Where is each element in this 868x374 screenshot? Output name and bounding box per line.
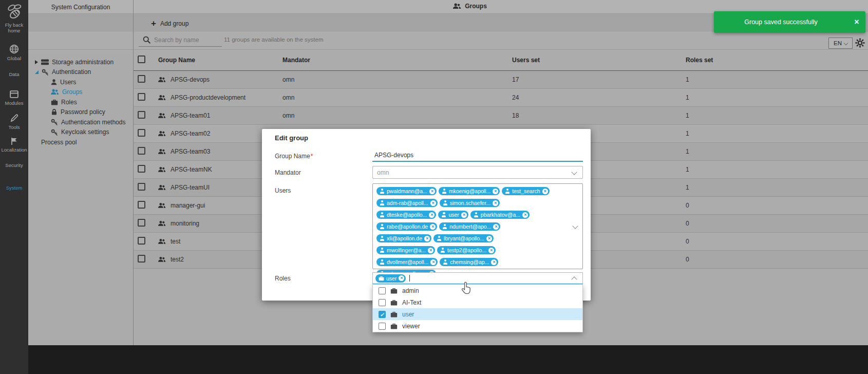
chevron-down-icon — [571, 169, 577, 175]
person-icon — [505, 189, 510, 194]
person-icon — [442, 189, 447, 194]
roles-multiselect[interactable]: user — [372, 272, 583, 284]
role-option-admin[interactable]: admin — [373, 285, 582, 296]
chip-remove-icon[interactable] — [491, 259, 497, 265]
chevron-down-icon[interactable] — [572, 223, 578, 229]
group-name-input[interactable]: APSG-devops — [372, 152, 583, 161]
person-icon — [380, 259, 385, 265]
toast-close-icon[interactable]: × — [848, 17, 865, 27]
option-checkbox[interactable] — [379, 299, 386, 306]
person-icon — [380, 200, 385, 205]
briefcase-icon — [390, 323, 398, 329]
chip-remove-icon[interactable] — [493, 189, 498, 194]
user-chip[interactable]: dvollmer@apoll... — [376, 258, 438, 266]
person-icon — [380, 212, 385, 217]
chip-remove-icon[interactable] — [399, 275, 404, 281]
user-chip[interactable]: testp2@apollo... — [437, 246, 496, 254]
modal-title: Edit group — [275, 134, 308, 142]
chip-remove-icon[interactable] — [493, 224, 499, 230]
briefcase-icon — [379, 276, 384, 281]
briefcase-icon — [390, 288, 398, 294]
user-chip[interactable]: mwolfinger@a... — [376, 246, 435, 254]
role-option-ai-text[interactable]: AI-Text — [373, 296, 582, 308]
person-icon — [380, 189, 385, 194]
group-name-underline — [372, 161, 583, 162]
chip-remove-icon[interactable] — [424, 236, 430, 241]
roles-label: Roles — [275, 275, 291, 282]
role-option-user[interactable]: user — [373, 308, 582, 320]
user-chip[interactable]: mkoenig@apoll... — [439, 187, 500, 195]
user-chip[interactable]: adm-rab@apoll... — [376, 199, 438, 207]
chip-remove-icon[interactable] — [429, 212, 435, 218]
mandator-label: Mandator — [275, 169, 301, 176]
user-chip[interactable]: chemsing@ap... — [440, 258, 498, 266]
person-icon — [440, 248, 445, 253]
option-checkbox[interactable] — [379, 287, 386, 294]
chip-remove-icon[interactable] — [429, 189, 435, 194]
role-chip[interactable]: user — [375, 274, 406, 283]
option-checkbox[interactable] — [379, 323, 386, 330]
user-chip[interactable]: ndumbert@apo... — [439, 222, 500, 231]
text-caret — [409, 275, 410, 282]
briefcase-icon — [390, 300, 398, 306]
mouse-cursor — [460, 282, 473, 297]
screen: Fly back home Global Data Modules — [0, 0, 868, 374]
chip-remove-icon[interactable] — [430, 259, 436, 265]
roles-dropdown: admin AI-Text user viewer — [372, 284, 583, 332]
person-icon — [380, 248, 385, 253]
person-icon — [442, 224, 447, 229]
chip-remove-icon[interactable] — [461, 212, 467, 218]
toast-notification: Group saved successfully × — [714, 11, 865, 33]
person-icon — [474, 212, 479, 217]
user-chip[interactable]: test_search — [502, 187, 549, 195]
chevron-up-icon[interactable] — [571, 276, 577, 282]
chip-remove-icon[interactable] — [430, 200, 436, 206]
edit-group-modal: Edit group Group Name* APSG-devops Manda… — [262, 129, 591, 301]
users-multiselect[interactable]: pwaldmann@a... mkoenig@apoll... test_sea… — [372, 183, 583, 269]
user-chip[interactable]: user — [438, 211, 468, 219]
user-chip[interactable]: rabe@apollon.de — [376, 222, 437, 231]
person-icon — [443, 200, 448, 205]
chip-remove-icon[interactable] — [430, 224, 436, 230]
required-mark: * — [311, 153, 313, 160]
chip-remove-icon[interactable] — [428, 248, 433, 253]
toast-message: Group saved successfully — [714, 18, 848, 26]
option-checkbox-checked[interactable] — [379, 311, 386, 318]
user-chip[interactable]: lbryant@apollo... — [433, 234, 494, 242]
person-icon — [380, 224, 385, 229]
user-chip[interactable]: dteske@apollo... — [376, 211, 436, 219]
user-chip[interactable]: pwaldmann@a... — [376, 187, 437, 195]
mandator-select[interactable]: omn — [372, 166, 583, 179]
chip-remove-icon[interactable] — [493, 200, 498, 206]
person-icon — [437, 236, 442, 241]
chip-remove-icon[interactable] — [488, 248, 494, 253]
chip-remove-icon[interactable] — [542, 189, 548, 194]
users-label: Users — [275, 187, 291, 194]
chip-remove-icon[interactable] — [486, 236, 492, 241]
chip-remove-icon[interactable] — [522, 212, 528, 218]
role-option-viewer[interactable]: viewer — [373, 320, 582, 332]
person-icon — [380, 236, 385, 241]
person-icon — [443, 259, 448, 265]
user-chip[interactable]: xli@apollon.de — [376, 234, 431, 242]
person-icon — [441, 212, 446, 217]
user-chip[interactable]: simon.schaefer... — [440, 199, 500, 207]
group-name-label: Group Name* — [275, 153, 313, 160]
briefcase-icon — [390, 311, 398, 317]
user-chip[interactable]: pbarkhatov@a... — [470, 211, 530, 219]
